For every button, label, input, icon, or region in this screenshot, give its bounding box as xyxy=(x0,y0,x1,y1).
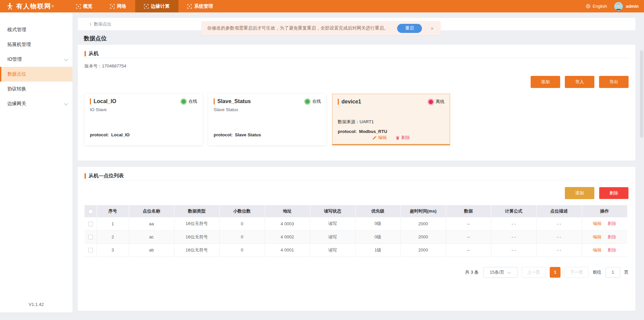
edit-slave-link[interactable]: 编辑 xyxy=(372,135,387,141)
close-icon[interactable]: × xyxy=(431,26,434,31)
cell-desc: - - xyxy=(536,217,582,230)
data-source-label: 数据来源： xyxy=(338,119,360,124)
brand-trademark: ® xyxy=(52,5,54,8)
sidebar-item-data-points[interactable]: 数据点位 xyxy=(0,67,72,82)
sidebar-item-protocol-conversion[interactable]: 协议转换 xyxy=(0,82,72,96)
protocol-label: protocol: xyxy=(338,129,357,134)
online-dot-icon xyxy=(181,99,186,104)
cell-timeout: 2000 xyxy=(400,217,446,230)
row-edit-link[interactable]: 编辑 xyxy=(593,247,601,253)
protocol-label: protocol: xyxy=(214,132,232,137)
page-title: 数据点位 xyxy=(78,35,635,42)
row-checkbox[interactable] xyxy=(88,248,93,253)
sidebar-item-mode-management[interactable]: 模式管理 xyxy=(0,22,72,37)
page-size-select[interactable]: 15条/页 xyxy=(483,267,518,278)
col-formula: 计算公式 xyxy=(491,205,536,217)
cell-decimals: 0 xyxy=(219,230,265,243)
breadcrumb-current[interactable]: 数据点位 xyxy=(94,21,111,27)
spacer xyxy=(338,105,444,119)
col-priority: 优先级 xyxy=(355,205,400,217)
version-row: 版本号：1704687754 xyxy=(85,63,629,69)
points-table: 序号 点位名称 数据类型 小数位数 地址 读写状态 优先级 超时时间(ms) 数… xyxy=(85,205,627,257)
scan-icon xyxy=(144,4,149,9)
sidebar-item-label: 模式管理 xyxy=(7,27,26,33)
restart-banner-message: 你修改的参数项需重启后才可生效，为了避免重复重启，全部设置完成后对网关进行重启。 xyxy=(207,25,388,31)
cell-type: 16位无符号 xyxy=(174,230,219,243)
firmware-version-label: V1.1.42 xyxy=(0,302,72,307)
version-label: 版本号： xyxy=(85,63,102,68)
section-accent-bar xyxy=(85,173,86,179)
language-switch[interactable]: English xyxy=(586,4,607,9)
globe-icon xyxy=(586,4,591,9)
import-button[interactable]: 导入 xyxy=(565,76,594,88)
tab-system-management[interactable]: 系统管理 xyxy=(178,0,222,12)
restart-button[interactable]: 重启 xyxy=(397,24,422,33)
row-checkbox[interactable] xyxy=(88,235,93,239)
slaves-section-title: 从机 xyxy=(89,50,99,57)
protocol-label: protocol: xyxy=(90,132,109,137)
next-page-button[interactable]: 下一页 xyxy=(565,267,589,278)
main-content: 数据点位 数据点位 从机 版本号：1704687754 添加 导入 导出 xyxy=(78,12,635,311)
row-delete-link[interactable]: 删除 xyxy=(607,234,616,239)
page-suffix-label: 页 xyxy=(624,269,629,275)
language-label: English xyxy=(593,4,607,9)
sidebar-item-label: 边缘网关 xyxy=(7,101,26,107)
col-decimals: 小数位数 xyxy=(219,205,265,217)
prev-page-button[interactable]: 上一页 xyxy=(522,267,546,278)
brand-logo[interactable]: 有人物联网 ® xyxy=(0,0,60,12)
slave-card-local-io[interactable]: Local_IO 在线 IO Slave protocol: Local_IO xyxy=(85,94,203,145)
cell-timeout: 2000 xyxy=(400,230,446,243)
row-delete-link[interactable]: 删除 xyxy=(607,221,616,226)
scrollbar-thumb[interactable] xyxy=(640,50,643,138)
cell-formula: - - xyxy=(491,243,536,257)
cell-name: ab xyxy=(129,243,174,257)
avatar[interactable] xyxy=(614,2,623,11)
sidebar-item-expansion-management[interactable]: 拓展机管理 xyxy=(0,37,72,52)
slave-card-device1[interactable]: device1 离线 数据来源：UART1 protocol: Modbus_R… xyxy=(332,94,450,145)
add-point-button[interactable]: 添加 xyxy=(565,187,594,199)
delete-points-button[interactable]: 删除 xyxy=(599,187,629,199)
cell-type: 16位无符号 xyxy=(174,217,219,230)
export-button[interactable]: 导出 xyxy=(599,76,629,88)
tab-network[interactable]: 网络 xyxy=(101,0,135,12)
sidebar-item-edge-gateway[interactable]: 边缘网关 xyxy=(0,96,72,111)
person-logo-icon xyxy=(5,2,13,10)
cell-ops: 编辑删除 xyxy=(582,217,627,230)
row-edit-link[interactable]: 编辑 xyxy=(593,221,601,226)
sidebar-item-label: 拓展机管理 xyxy=(7,42,31,48)
nav-tabs: 概览 网络 边缘计算 系统管理 xyxy=(67,0,222,12)
goto-page-input[interactable] xyxy=(605,267,620,278)
cell-desc: - - xyxy=(536,243,582,257)
cell-ops: 编辑删除 xyxy=(582,230,627,243)
protocol-line: protocol: Local_IO xyxy=(90,132,197,137)
select-all-checkbox[interactable] xyxy=(88,209,93,214)
sidebar-item-label: 数据点位 xyxy=(7,71,26,77)
delete-slave-link[interactable]: 删除 xyxy=(395,135,410,141)
scan-icon xyxy=(76,4,81,9)
data-source-line: 数据来源：UART1 xyxy=(338,119,444,125)
cell-formula: - - xyxy=(491,230,536,243)
slave-subtitle: Slave Status xyxy=(214,107,321,112)
tab-overview[interactable]: 概览 xyxy=(67,0,101,12)
sidebar-item-io-management[interactable]: IO管理 xyxy=(0,52,72,67)
row-checkbox[interactable] xyxy=(88,222,93,226)
tab-label: 系统管理 xyxy=(194,3,213,9)
edit-label: 编辑 xyxy=(378,135,387,141)
table-row: 3 ab 16位无符号 0 4 0001 读写 1级 2000 -- - - -… xyxy=(85,243,627,257)
slave-name: device1 xyxy=(341,99,361,105)
username-label[interactable]: admin xyxy=(626,4,639,9)
tab-edge-computing[interactable]: 边缘计算 xyxy=(135,0,178,12)
pencil-icon xyxy=(372,136,377,140)
status-label: 在线 xyxy=(189,98,197,104)
row-edit-link[interactable]: 编辑 xyxy=(593,234,601,239)
cell-data: -- xyxy=(446,230,491,243)
add-slave-button[interactable]: 添加 xyxy=(531,76,560,88)
slaves-section-header: 从机 xyxy=(85,45,629,58)
cell-ops: 编辑删除 xyxy=(582,243,627,257)
current-page-button[interactable]: 1 xyxy=(550,267,560,278)
cell-address: 4 0002 xyxy=(265,230,310,243)
version-value: 1704687754 xyxy=(102,63,126,68)
slave-card-slave-status[interactable]: Slave_Status 在线 Slave Status protocol: S… xyxy=(208,94,326,145)
row-delete-link[interactable]: 删除 xyxy=(607,247,616,253)
row-select-cell xyxy=(85,217,97,230)
